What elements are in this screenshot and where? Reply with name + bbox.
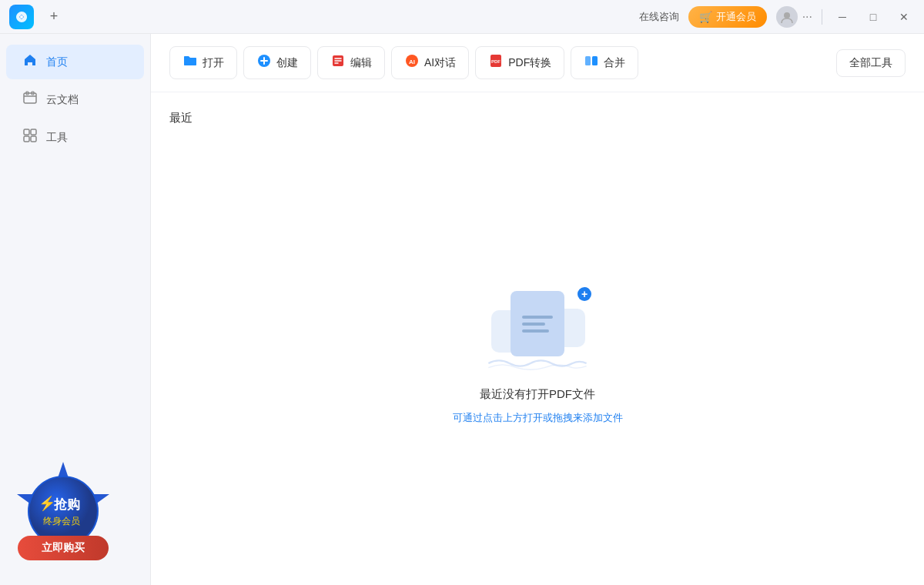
title-bar: + 在线咨询 🛒 开通会员 ··· ─ □ ✕ bbox=[0, 0, 924, 34]
create-button[interactable]: 创建 bbox=[243, 46, 311, 79]
toolbar: 打开 创建 编辑 bbox=[151, 34, 924, 92]
sidebar-item-cloud-label: 云文档 bbox=[46, 93, 79, 107]
pdf-icon: PDF bbox=[488, 53, 504, 72]
svg-rect-5 bbox=[24, 129, 29, 135]
vip-label: 开通会员 bbox=[716, 10, 756, 24]
merge-label: 合并 bbox=[604, 56, 625, 70]
recent-section: 最近 + bbox=[151, 92, 924, 585]
close-button[interactable]: ✕ bbox=[893, 6, 915, 28]
sidebar-item-tools-label: 工具 bbox=[46, 131, 68, 145]
minimize-button[interactable]: ─ bbox=[832, 6, 853, 28]
tools-icon bbox=[22, 128, 38, 147]
plus-icon: + bbox=[50, 8, 59, 25]
separator bbox=[822, 9, 822, 25]
online-consult-link[interactable]: 在线咨询 bbox=[639, 10, 679, 24]
svg-text:PDF: PDF bbox=[491, 59, 500, 64]
cloud-icon bbox=[22, 90, 38, 109]
recent-title: 最近 bbox=[169, 111, 192, 125]
buy-button[interactable]: 立即购买 bbox=[18, 536, 109, 560]
pdf-label: PDF转换 bbox=[508, 56, 551, 70]
edit-label: 编辑 bbox=[350, 56, 372, 70]
content-area: 打开 创建 编辑 bbox=[151, 34, 924, 585]
ai-icon: AI bbox=[404, 53, 420, 72]
sidebar-item-cloud[interactable]: 云文档 bbox=[6, 82, 144, 117]
edit-icon bbox=[330, 53, 346, 72]
home-icon bbox=[22, 52, 38, 72]
pdf-main-icon bbox=[511, 291, 564, 356]
svg-text:抢购: 抢购 bbox=[53, 497, 80, 512]
merge-button[interactable]: 合并 bbox=[571, 46, 638, 79]
svg-rect-7 bbox=[24, 136, 29, 142]
sidebar-item-home-label: 首页 bbox=[46, 55, 68, 69]
open-button[interactable]: 打开 bbox=[169, 46, 237, 79]
svg-rect-6 bbox=[31, 129, 36, 135]
pdf-line-3 bbox=[522, 329, 549, 333]
edit-button[interactable]: 编辑 bbox=[317, 46, 385, 79]
empty-sub-text: 可通过点击上方打开或拖拽来添加文件 bbox=[453, 411, 623, 425]
app-logo bbox=[9, 5, 34, 29]
more-icon[interactable]: ··· bbox=[802, 10, 812, 24]
avatar bbox=[776, 6, 798, 28]
buy-btn-wrap: 立即购买 bbox=[18, 536, 109, 560]
all-tools-button[interactable]: 全部工具 bbox=[836, 49, 906, 77]
ai-label: AI对话 bbox=[424, 56, 456, 70]
sidebar-item-home[interactable]: 首页 bbox=[6, 45, 144, 79]
maximize-button[interactable]: □ bbox=[862, 6, 884, 28]
merge-icon bbox=[584, 53, 599, 72]
ai-button[interactable]: AI AI对话 bbox=[391, 46, 469, 79]
create-icon bbox=[256, 53, 272, 72]
pdf-button[interactable]: PDF PDF转换 bbox=[475, 46, 564, 79]
crown-icon: 🛒 bbox=[699, 11, 712, 23]
create-label: 创建 bbox=[276, 56, 298, 70]
pdf-line-1 bbox=[522, 316, 553, 319]
empty-main-text: 最近没有打开PDF文件 bbox=[480, 387, 595, 402]
title-bar-left: + bbox=[9, 5, 65, 29]
user-area[interactable]: ··· bbox=[776, 6, 812, 28]
vip-button[interactable]: 🛒 开通会员 bbox=[688, 6, 767, 28]
open-icon bbox=[182, 53, 198, 72]
svg-point-0 bbox=[20, 15, 23, 18]
pdf-plus-icon: + bbox=[578, 287, 591, 301]
svg-rect-15 bbox=[585, 56, 591, 65]
svg-rect-16 bbox=[592, 56, 598, 65]
open-label: 打开 bbox=[203, 56, 224, 70]
svg-text:终身会员: 终身会员 bbox=[43, 516, 80, 526]
wave-svg bbox=[487, 356, 588, 372]
sidebar-item-tools[interactable]: 工具 bbox=[6, 120, 144, 155]
new-tab-button[interactable]: + bbox=[43, 6, 65, 28]
pdf-lines bbox=[514, 308, 561, 340]
svg-text:AI: AI bbox=[409, 58, 415, 65]
title-bar-right: 在线咨询 🛒 开通会员 ··· ─ □ ✕ bbox=[639, 6, 915, 28]
pdf-line-2 bbox=[522, 323, 545, 326]
svg-rect-8 bbox=[31, 136, 36, 142]
main-layout: 首页 云文档 工具 bbox=[0, 34, 924, 585]
empty-area: + 最近没有打开PDF文件 可通过点击上方打开或拖拽来添加文件 bbox=[169, 138, 906, 567]
svg-rect-2 bbox=[24, 93, 36, 103]
svg-point-1 bbox=[784, 12, 790, 18]
promo-badge[interactable]: ⚡ 抢购 终身会员 立即购买 bbox=[11, 459, 116, 563]
empty-illustration: + bbox=[476, 279, 599, 372]
